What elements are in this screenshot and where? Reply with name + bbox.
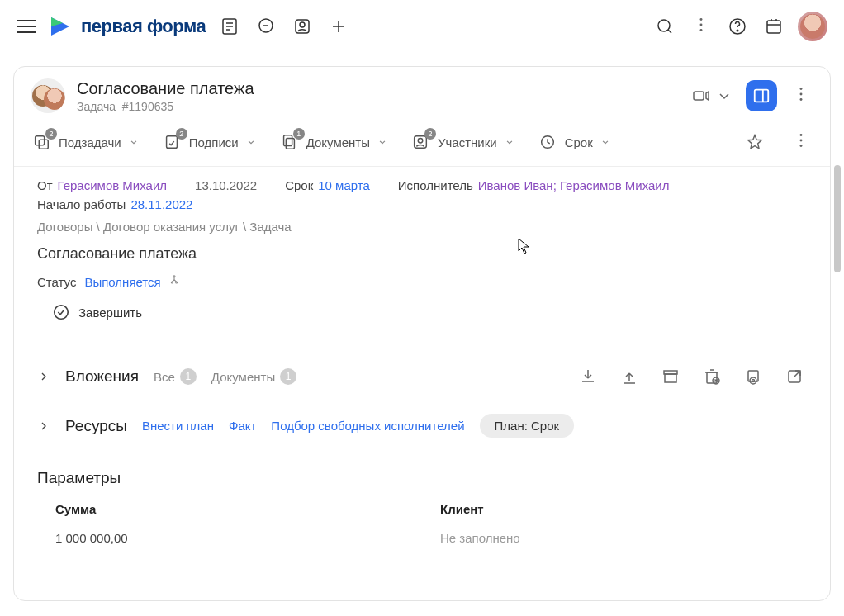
- documents-icon: 1: [278, 131, 300, 153]
- participants-icon: 2: [410, 131, 431, 153]
- chevron-right-icon[interactable]: [37, 419, 50, 433]
- tabs-more-icon[interactable]: [789, 128, 813, 156]
- chevron-down-icon: [377, 136, 388, 148]
- svg-point-9: [700, 28, 703, 31]
- calendar-icon[interactable]: [761, 14, 786, 39]
- param-client-value[interactable]: Не заполнено: [440, 531, 807, 545]
- task-subtitle: Задача #1190635: [77, 100, 254, 113]
- note-icon[interactable]: [217, 14, 242, 39]
- more-icon[interactable]: [689, 12, 714, 40]
- meta-date: 13.10.2022: [195, 178, 257, 192]
- tab-subtasks[interactable]: 2 Подзадачи: [31, 131, 140, 153]
- svg-rect-13: [694, 92, 704, 100]
- param-sum-label: Сумма: [55, 502, 422, 516]
- svg-point-5: [300, 22, 305, 27]
- attachments-section: Вложения Все 1 Документы 1: [14, 364, 830, 389]
- main-title: Согласование платежа: [37, 245, 807, 263]
- svg-point-28: [800, 145, 803, 147]
- svg-rect-12: [767, 21, 780, 33]
- from-link[interactable]: Герасимов Михаил: [58, 178, 168, 192]
- svg-rect-21: [283, 135, 292, 146]
- view-icon[interactable]: [741, 364, 766, 389]
- resources-link-fact[interactable]: Факт: [229, 419, 256, 433]
- search-message-icon[interactable]: [254, 14, 278, 39]
- assignee-link[interactable]: Иванов Иван; Герасимов Михаил: [478, 178, 670, 192]
- svg-point-38: [750, 377, 756, 384]
- attachments-all-tab[interactable]: Все 1: [154, 368, 197, 385]
- status-row: Статус Выполняется: [37, 274, 807, 290]
- tab-signatures[interactable]: 2 Подписи: [161, 131, 257, 153]
- chevron-down-icon: [714, 86, 734, 106]
- task-card: Согласование платежа Задача #1190635 2: [13, 66, 831, 601]
- svg-rect-14: [755, 90, 769, 102]
- meta-start: Начало работы 28.11.2022: [37, 197, 192, 211]
- resources-link-plan[interactable]: Внести план: [142, 419, 214, 433]
- tab-documents[interactable]: 1 Документы: [278, 131, 388, 153]
- chevron-right-icon[interactable]: [37, 370, 50, 383]
- svg-point-15: [800, 88, 803, 90]
- svg-point-11: [737, 30, 738, 31]
- external-link-icon[interactable]: [782, 364, 807, 389]
- card-more-icon[interactable]: [789, 82, 813, 110]
- app-logo[interactable]: первая форма: [48, 14, 206, 39]
- svg-point-30: [175, 282, 177, 283]
- svg-point-24: [418, 138, 423, 143]
- start-link[interactable]: 28.11.2022: [130, 197, 192, 211]
- tab-deadline[interactable]: Срок: [537, 131, 611, 153]
- task-title: Согласование платежа: [77, 79, 254, 98]
- scrollbar[interactable]: [834, 165, 841, 272]
- deadline-link[interactable]: 10 марта: [318, 178, 370, 192]
- svg-rect-34: [665, 374, 676, 382]
- meta-block: От Герасимов Михаил 13.10.2022 Срок 10 м…: [14, 167, 830, 328]
- delete-icon[interactable]: [699, 364, 724, 389]
- meta-assignee: Исполнитель Иванов Иван; Герасимов Михаи…: [398, 178, 670, 192]
- archive-icon[interactable]: [658, 364, 683, 389]
- branch-icon[interactable]: [169, 274, 183, 290]
- chevron-down-icon: [600, 136, 611, 148]
- svg-rect-22: [286, 138, 294, 149]
- subtasks-icon: 2: [31, 131, 52, 153]
- tab-participants[interactable]: 2 Участники: [410, 131, 515, 153]
- chevron-down-icon: [504, 136, 515, 148]
- task-avatar-icon: [31, 78, 65, 113]
- svg-point-16: [800, 93, 803, 96]
- param-client-label: Клиент: [440, 502, 807, 516]
- top-toolbar: первая форма: [0, 0, 844, 53]
- svg-point-31: [173, 276, 175, 277]
- deadline-icon: [537, 131, 558, 153]
- param-sum-value[interactable]: 1 000 000,00: [55, 531, 422, 545]
- svg-point-29: [171, 282, 173, 283]
- logo-text: первая форма: [81, 16, 206, 37]
- upload-icon[interactable]: [617, 364, 642, 389]
- contact-icon[interactable]: [290, 14, 315, 39]
- chevron-down-icon: [128, 136, 140, 148]
- panel-toggle-button[interactable]: [746, 80, 777, 111]
- logo-mark-icon: [48, 14, 73, 39]
- star-icon[interactable]: [742, 130, 767, 154]
- complete-button[interactable]: Завершить: [52, 303, 807, 321]
- plan-pill[interactable]: План: Срок: [480, 414, 575, 438]
- hamburger-menu-icon[interactable]: [17, 20, 36, 33]
- params-title: Параметры: [37, 469, 807, 487]
- svg-point-17: [800, 98, 803, 101]
- download-icon[interactable]: [576, 364, 600, 389]
- breadcrumbs[interactable]: Договоры \ Договор оказания услуг \ Зада…: [37, 220, 807, 234]
- resources-link-free[interactable]: Подбор свободных исполнителей: [271, 419, 464, 433]
- chevron-down-icon: [245, 136, 257, 148]
- svg-point-39: [752, 380, 755, 382]
- search-icon[interactable]: [652, 14, 677, 39]
- tabs-row: 2 Подзадачи 2 Подписи 1 Документы 2: [14, 120, 830, 167]
- user-avatar[interactable]: [798, 12, 827, 41]
- attachments-docs-tab[interactable]: Документы 1: [211, 368, 296, 385]
- help-icon[interactable]: [725, 14, 750, 39]
- svg-point-7: [700, 18, 703, 21]
- meta-from: От Герасимов Михаил: [37, 178, 167, 192]
- add-icon[interactable]: [326, 14, 351, 39]
- signatures-icon: 2: [161, 131, 183, 153]
- video-button[interactable]: [691, 86, 734, 106]
- svg-point-27: [800, 140, 803, 142]
- svg-point-26: [800, 134, 803, 136]
- status-value[interactable]: Выполняется: [84, 275, 160, 289]
- resources-title: Ресурсы: [65, 417, 127, 435]
- params-section: Параметры Сумма 1 000 000,00 Клиент Не з…: [14, 469, 830, 545]
